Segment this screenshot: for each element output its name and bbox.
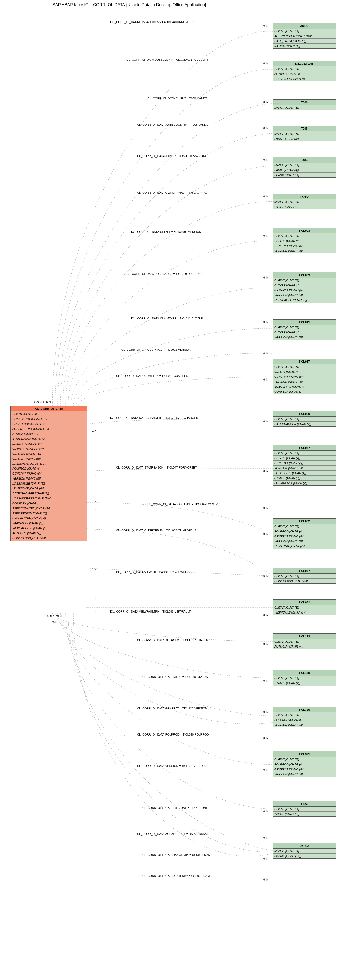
relationship-label: ICL_CORR_OI_DATA-DATECHANGER = TICL029-D… — [110, 416, 198, 419]
entity-field: VERSION [NUMC (5)] — [273, 539, 336, 544]
relationship-label: ICL_CORR_OI_DATA-COMPLEX = TICL027-COMPL… — [115, 374, 188, 377]
entity-main-field: AUTHCLM [CHAR (4)] — [11, 531, 87, 536]
entity-field: CLIENT [CLNT (3)] — [273, 364, 336, 369]
relationship-label: ICL_CORR_OI_DATA-CHANGEDBY = USR02-BNAME — [142, 853, 213, 856]
cardinality-right: 0..N — [264, 836, 268, 839]
relationship-label: ICL_CORR_OI_DATA-POLPROD = TICL320-POLPR… — [136, 733, 209, 736]
entity-field: LOSSCAUSE [CHAR (3)] — [273, 298, 336, 302]
entity-main-field: COMPLEX [CHAR (1)] — [11, 501, 87, 506]
entity-field: CLIENT [CLNT (3)] — [273, 639, 336, 644]
entity-main-field: CREATEDBY [CHAR (12)] — [11, 422, 87, 426]
cardinality-right: 0..N — [264, 158, 268, 161]
cardinality-right: 0..N — [264, 470, 268, 473]
entity-header: T778O — [273, 194, 336, 199]
cardinality-right: 0..N — [264, 420, 268, 423]
entity-field: GENERAT [NUMC (5)] — [273, 461, 336, 466]
entity-header: TICL113 — [273, 634, 336, 639]
cardinality-right: 0..N — [264, 679, 268, 682]
diagram-canvas: SAP ABAP table ICL_CORR_OI_DATA {Usable … — [0, 0, 347, 980]
entity-field: MANDT [CLNT (3)] — [273, 199, 336, 204]
entity-field: MANDT [CLNT (3)] — [273, 163, 336, 168]
entity-main-field: JURISREGION [CHAR (3)] — [11, 511, 87, 516]
entity-header: TTZZ — [273, 801, 336, 807]
entity-field: BLAND [CHAR (3)] — [273, 173, 336, 177]
entity-main-field: LOSSTYPE [CHAR (4)] — [11, 441, 87, 446]
relationship-label: ICL_CORR_OI_DATA-AUTHCLM = TICL113-AUTHC… — [136, 639, 208, 642]
entity-main-field: VERSION [NUMC (5)] — [11, 476, 87, 481]
entity-header: TICL009 — [273, 272, 336, 278]
card-cluster-e: 0..N — [92, 529, 96, 531]
entity-main: ICL_CORR_OI_DATA CLIENT [CLNT (3)]CHANGE… — [11, 406, 87, 541]
entity-header: TICL011 — [273, 320, 336, 325]
entity-header: TICL003 — [273, 228, 336, 234]
entity-ticl081: TICL081CLIENT [CLNT (3)]VIEWFAULT [CHAR … — [273, 600, 336, 615]
entity-field: BNAME [CHAR (12)] — [273, 854, 336, 858]
entity-main-field: LOSSEVENT [CHAR (17)] — [11, 461, 87, 466]
entity-main-field: DATECHANGER [CHAR (2)] — [11, 491, 87, 496]
entity-field: GENERAT [NUMC (5)] — [273, 767, 336, 772]
entity-main-field: LOSSADDRESS [CHAR (10)] — [11, 496, 87, 501]
relationship-label: ICL_CORR_OI_DATA-GENERAT = TICL320-VERSI… — [136, 707, 207, 710]
cardinality-right: 0..N — [264, 195, 268, 198]
entity-field: CLIENT [CLNT (3)] — [273, 605, 336, 610]
entity-field: CLIENT [CLNT (3)] — [273, 574, 336, 579]
relationship-label: ICL_CORR_OI_DATA-ACHANGEDBY = USR02-BNAM… — [136, 832, 209, 835]
cardinality-right: 0..N — [264, 234, 268, 237]
relationship-label: ICL_CORR_OI_DATA-LOSSTYPE = TICL062-LOSS… — [147, 503, 221, 506]
relationship-label: ICL_CORR_OI_DATA-CLIENT = T000-MANDT — [147, 97, 207, 100]
entity-ticl062: TICL062CLIENT [CLNT (3)]POLPROD [CHAR (6… — [273, 518, 336, 549]
cardinality-right: 0..N — [264, 276, 268, 279]
cardinality-right: 0..N — [264, 810, 268, 813]
entity-field: CLTYPE [CHAR (4)] — [273, 283, 336, 288]
entity-t005s: T005SMANDT [CLNT (3)]LAND1 [CHAR (3)]BLA… — [273, 157, 336, 178]
entity-field: CLTYPE [CHAR (4)] — [273, 330, 336, 335]
entity-field: LOSSTYPE [CHAR (4)] — [273, 544, 336, 549]
relationship-label: ICL_CORR_OI_DATA-STATUS = TICL140-STATUS — [142, 675, 208, 678]
entity-header: TICL027 — [273, 359, 336, 364]
entity-header: TICL077 — [273, 568, 336, 574]
entity-field: VERSION [NUMC (5)] — [273, 466, 336, 471]
entity-adrc: ADRCCLIENT [CLNT (3)]ADDRNUMBER [CHAR (1… — [273, 23, 336, 49]
relationship-label: ICL_CORR_OI_DATA-STATREASON = TICL047-FO… — [115, 466, 197, 469]
entity-field: CLINEOFBUS [CHAR (3)] — [273, 579, 336, 584]
cardinality-right: 0..N — [264, 127, 268, 130]
entity-field: SUBCLTYPE [CHAR (4)] — [273, 384, 336, 389]
entity-field: NATION [CHAR (1)] — [273, 44, 336, 48]
entity-field: POLPROD [CHAR (6)] — [273, 762, 336, 767]
cardinality-right: 0..N — [264, 768, 268, 771]
entity-main-field: CLIENT [CLNT (3)] — [11, 412, 87, 417]
entity-main-field: ACHANGEDBY [CHAR (12)] — [11, 426, 87, 431]
entity-ticl140: TICL140CLIENT [CLNT (3)]STATUS [CHAR (2)… — [273, 670, 336, 686]
entity-t005: T005MANDT [CLNT (3)]LAND1 [CHAR (3)] — [273, 126, 336, 142]
entity-main-field: VIEWFAULTPH [CHAR (1)] — [11, 526, 87, 531]
card-cluster-a: 0..N — [92, 429, 96, 432]
cardinality-right: 0..N — [264, 857, 268, 860]
card-cluster-top: 0..N 0..1 0N.N N — [34, 401, 53, 403]
entity-field: ACTIVE [CHAR (1)] — [273, 72, 336, 76]
entity-field: CLTYPE [CHAR (4)] — [273, 369, 336, 374]
relationship-label: ICL_CORR_OI_DATA-VIEWFAULT = TICL081-VIE… — [115, 571, 192, 574]
entity-header: TICL081 — [273, 600, 336, 605]
card-cluster-h: 0..N — [92, 610, 96, 613]
entity-field: DATE_FROM [DATS (8)] — [273, 39, 336, 44]
relationship-label: ICL_CORR_OI_DATA-LOSSCAUSE = TICL009-LOS… — [126, 272, 205, 275]
entity-ticl027: TICL027CLIENT [CLNT (3)]CLTYPE [CHAR (4)… — [273, 359, 336, 394]
entity-main-field: VIEWFAULT [CHAR (1)] — [11, 521, 87, 526]
entity-field: OTYPE [CHAR (2)] — [273, 204, 336, 209]
relationship-label: ICL_CORR_OI_DATA-CLTYPEG = TICL011-VERSI… — [121, 348, 191, 351]
relationship-label: ICL_CORR_OI_DATA-JURISCOUNTRY = T005-LAN… — [136, 123, 208, 126]
entity-header: USR02 — [273, 843, 336, 849]
entity-t778o: T778OMANDT [CLNT (3)]OTYPE [CHAR (2)] — [273, 194, 336, 209]
entity-field: CLIENT [CLNT (3)] — [273, 713, 336, 718]
card-cluster-g: 0..N — [92, 597, 96, 600]
card-cluster-bot: 0..N 0..0N.N 1 — [47, 615, 64, 618]
entity-field: CLIENT [CLNT (3)] — [273, 325, 336, 330]
relationship-label: ICL_CORR_OI_DATA-CREATEDBY = USR02-BNAME — [142, 874, 212, 877]
cardinality-right: 0..N — [264, 62, 268, 65]
entity-header: T005 — [273, 126, 336, 131]
entity-ticl047: TICL047CLIENT [CLNT (3)]CLTYPE [CHAR (4)… — [273, 445, 336, 485]
entity-ticl113: TICL113CLIENT [CLNT (3)]AUTHCLM [CHAR (4… — [273, 633, 336, 649]
entity-t000: T000MANDT [CLNT (3)] — [273, 99, 336, 110]
entity-field: CLIENT [CLNT (3)] — [273, 807, 336, 812]
entity-header: TICL062 — [273, 519, 336, 524]
